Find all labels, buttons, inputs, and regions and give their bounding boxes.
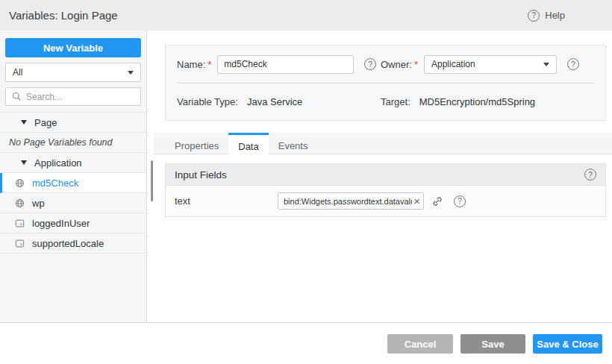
required-marker: * — [414, 59, 418, 70]
variable-summary-panel: Name: * Owner: * Application — [165, 45, 606, 121]
target-label: Target: — [381, 96, 410, 107]
owner-select[interactable]: Application — [424, 55, 557, 74]
owner-label: Owner: — [381, 59, 412, 70]
static-variable-icon: x — [15, 219, 25, 228]
help-circle-icon — [528, 10, 540, 22]
tree-group-label: Page — [34, 117, 57, 128]
search-input[interactable] — [26, 92, 142, 102]
field-help-icon[interactable] — [454, 195, 466, 207]
static-variable-icon: x — [15, 239, 25, 248]
type-target-row: Variable Type: Java Service Target: MD5E… — [177, 83, 594, 120]
clear-binding-icon[interactable] — [413, 195, 420, 207]
dialog-body: New Variable All Page No Page Variables … — [0, 31, 612, 322]
variable-filter-value: All — [13, 67, 22, 78]
svg-text:x: x — [20, 241, 22, 246]
chevron-down-icon — [543, 63, 549, 66]
input-fields-help-icon[interactable] — [584, 169, 596, 181]
sidebar-item-wp[interactable]: wp — [0, 193, 146, 213]
sidebar-item-loggedinuser[interactable]: x loggedInUser — [0, 213, 146, 233]
detail-tabbar: Properties Data Events — [154, 133, 612, 154]
sidebar-scrollbar[interactable] — [151, 160, 153, 201]
variables-tree: Page No Page Variables found Application… — [0, 112, 146, 254]
variable-name-input[interactable] — [217, 55, 354, 74]
required-marker: * — [207, 59, 211, 70]
input-fields-title: Input Fields — [175, 169, 227, 181]
variable-type-label: Variable Type: — [177, 96, 238, 107]
variable-name: wp — [32, 198, 45, 209]
service-variable-icon — [15, 198, 25, 208]
search-icon — [12, 92, 22, 101]
input-fields-section: Input Fields text bind:Widgets.passwordt… — [165, 163, 606, 217]
variable-name: supportedLocale — [32, 238, 104, 249]
name-owner-row: Name: * Owner: * Application — [177, 46, 594, 83]
dialog-footer: Cancel Save Save & Close — [0, 322, 612, 364]
bind-value-input[interactable]: bind:Widgets.passwordtext.datavalue — [278, 192, 424, 210]
input-fields-header: Input Fields — [166, 164, 605, 185]
variables-sidebar: New Variable All Page No Page Variables … — [0, 31, 147, 322]
variables-dialog: Variables: Login Page Help New Variable … — [0, 0, 612, 364]
owner-help-icon[interactable] — [567, 58, 579, 70]
input-field-row-text: text bind:Widgets.passwordtext.datavalue — [166, 185, 605, 216]
variable-type-value: Java Service — [247, 96, 302, 107]
help-button[interactable]: Help — [528, 10, 565, 22]
svg-text:x: x — [20, 221, 22, 226]
tab-data[interactable]: Data — [228, 133, 268, 155]
bind-value-text: bind:Widgets.passwordtext.datavalue — [284, 197, 412, 206]
save-button[interactable]: Save — [460, 334, 525, 354]
sidebar-item-supportedlocale[interactable]: x supportedLocale — [0, 233, 146, 254]
dialog-header: Variables: Login Page Help — [0, 0, 612, 31]
page-variables-empty-message: No Page Variables found — [0, 133, 146, 153]
service-variable-icon — [15, 178, 25, 188]
name-label: Name: — [177, 59, 205, 70]
tree-group-application[interactable]: Application — [0, 153, 146, 173]
chevron-down-icon — [128, 71, 134, 75]
tab-properties[interactable]: Properties — [165, 133, 228, 154]
variable-name: md5Check — [32, 178, 78, 189]
name-help-icon[interactable] — [364, 58, 376, 70]
collapse-caret-icon — [21, 160, 27, 165]
new-variable-button[interactable]: New Variable — [5, 38, 141, 57]
variable-detail-panel: Name: * Owner: * Application — [147, 31, 612, 322]
target-value: MD5Encryption/md5Spring — [419, 96, 535, 107]
tree-group-page[interactable]: Page — [0, 113, 146, 133]
collapse-caret-icon — [21, 120, 27, 125]
page-title: Variables: Login Page — [9, 9, 118, 22]
variable-filter-select[interactable]: All — [5, 63, 141, 82]
help-label: Help — [545, 10, 565, 21]
owner-select-value: Application — [431, 59, 475, 69]
variable-search[interactable] — [5, 87, 141, 106]
sidebar-item-md5check[interactable]: md5Check — [0, 173, 146, 193]
save-and-close-button[interactable]: Save & Close — [533, 334, 602, 354]
cancel-button[interactable]: Cancel — [387, 334, 453, 354]
tab-events[interactable]: Events — [269, 133, 318, 154]
bind-link-icon[interactable] — [431, 195, 443, 207]
variable-name: loggedInUser — [32, 218, 90, 229]
field-label: text — [175, 195, 278, 207]
tree-group-label: Application — [34, 157, 82, 169]
